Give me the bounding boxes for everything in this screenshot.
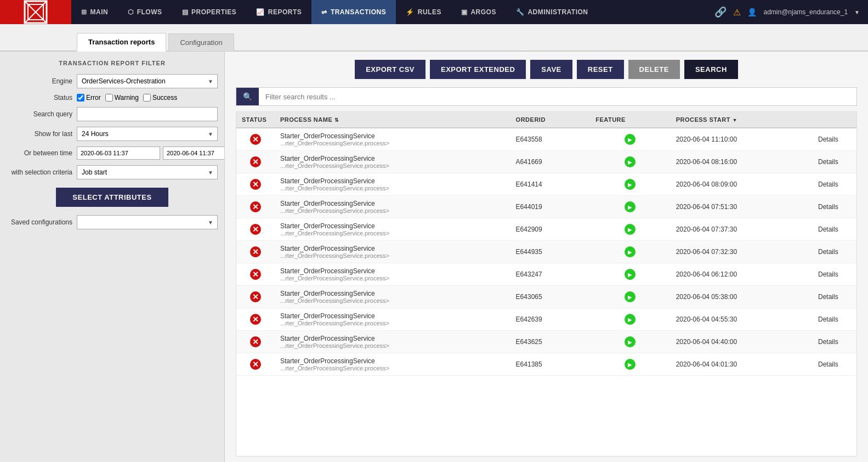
top-nav: ⊞ MAIN ⬡ FLOWS ▤ PROPERTIES 📈 REPORTS ⇌ … (0, 0, 868, 24)
details-link[interactable]: Details (818, 136, 838, 143)
error-status-icon[interactable]: ✕ (250, 336, 261, 347)
filter-input[interactable] (259, 88, 856, 105)
nav-item-argos[interactable]: ▣ ARGOS (451, 0, 506, 24)
export-csv-button[interactable]: EXPORT CSV (355, 60, 426, 79)
process-name-cell: Starter_OrderProcessingService ...rter_O… (275, 286, 510, 308)
nav-item-flows[interactable]: ⬡ FLOWS (118, 0, 172, 24)
saved-config-select[interactable] (77, 215, 218, 229)
error-status-icon[interactable]: ✕ (250, 179, 261, 190)
status-error-check[interactable]: Error (77, 94, 101, 102)
feature-play-icon[interactable]: ▶ (625, 246, 636, 257)
error-checkbox[interactable] (77, 94, 84, 102)
details-link[interactable]: Details (818, 158, 838, 166)
details-link[interactable]: Details (818, 338, 838, 346)
details-cell[interactable]: Details (813, 218, 856, 241)
process-name-cell: Starter_OrderProcessingService ...rter_O… (275, 218, 510, 241)
details-cell[interactable]: Details (813, 196, 856, 218)
details-link[interactable]: Details (818, 181, 838, 188)
feature-play-icon[interactable]: ▶ (625, 314, 636, 325)
details-cell[interactable]: Details (813, 151, 856, 173)
details-link[interactable]: Details (818, 315, 838, 323)
nav-item-reports[interactable]: 📈 REPORTS (246, 0, 311, 24)
details-link[interactable]: Details (818, 293, 838, 301)
feature-play-icon[interactable]: ▶ (625, 269, 636, 280)
details-cell[interactable]: Details (813, 308, 856, 331)
feature-play-icon[interactable]: ▶ (625, 291, 636, 302)
table-wrapper[interactable]: STATUS PROCESS NAME ⇅ ORDERID FEATURE PR… (236, 111, 857, 457)
error-status-icon[interactable]: ✕ (250, 291, 261, 302)
user-dropdown-icon[interactable]: ▼ (854, 9, 860, 15)
feature-play-icon[interactable]: ▶ (625, 134, 636, 145)
success-checkbox[interactable] (143, 94, 151, 102)
details-cell[interactable]: Details (813, 263, 856, 286)
nav-item-rules[interactable]: ⚡ RULES (396, 0, 451, 24)
saved-config-row: Saved configurations ▼ (7, 215, 218, 229)
main-layout: TRANSACTION REPORT FILTER Engine OrderSe… (0, 52, 868, 462)
feature-cell: ▶ (590, 151, 670, 173)
details-cell[interactable]: Details (813, 286, 856, 308)
date-to-input[interactable] (163, 147, 225, 160)
process-name-main: Starter_OrderProcessingService (280, 132, 505, 140)
status-warning-check[interactable]: Warning (105, 94, 139, 102)
delete-button[interactable]: DELETE (628, 60, 680, 79)
reset-button[interactable]: RESET (577, 60, 624, 79)
feature-play-icon[interactable]: ▶ (625, 359, 636, 370)
nav-item-transactions[interactable]: ⇌ TRANSACTIONS (311, 0, 396, 24)
feature-play-icon[interactable]: ▶ (625, 179, 636, 190)
feature-play-icon[interactable]: ▶ (625, 201, 636, 212)
search-button[interactable]: SEARCH (684, 60, 738, 79)
details-cell[interactable]: Details (813, 331, 856, 353)
export-extended-button[interactable]: EXPORT EXTENDED (430, 60, 526, 79)
date-from-input[interactable] (77, 147, 160, 160)
error-status-icon[interactable]: ✕ (250, 269, 261, 280)
error-status-icon[interactable]: ✕ (250, 134, 261, 145)
details-link[interactable]: Details (818, 248, 838, 256)
details-link[interactable]: Details (818, 203, 838, 211)
warning-icon[interactable]: ⚠ (733, 7, 741, 18)
feature-play-icon[interactable]: ▶ (625, 336, 636, 347)
user-name[interactable]: admin@njams_endurance_1 (763, 8, 848, 16)
feature-cell: ▶ (590, 196, 670, 218)
nav-item-properties[interactable]: ▤ PROPERTIES (172, 0, 247, 24)
tab-transaction-reports[interactable]: Transaction reports (77, 33, 166, 52)
selection-criteria-label: with selection criteria (7, 168, 72, 176)
results-table: STATUS PROCESS NAME ⇅ ORDERID FEATURE PR… (236, 112, 856, 376)
nav-item-main[interactable]: ⊞ MAIN (71, 0, 118, 24)
details-link[interactable]: Details (818, 271, 838, 278)
error-status-icon[interactable]: ✕ (250, 224, 261, 235)
search-query-label: Search query (7, 110, 72, 118)
status-success-check[interactable]: Success (143, 94, 177, 102)
show-for-last-label: Show for last (7, 130, 72, 138)
details-link[interactable]: Details (818, 226, 838, 233)
tab-configuration[interactable]: Configuration (168, 33, 234, 52)
process-name-sub: ...rter_OrderProcessingService.process> (280, 207, 505, 214)
between-time-row: Or between time (7, 147, 218, 160)
warning-checkbox[interactable] (105, 94, 113, 102)
between-time-label: Or between time (7, 149, 72, 157)
details-cell[interactable]: Details (813, 173, 856, 196)
feature-play-icon[interactable]: ▶ (625, 156, 636, 167)
details-cell[interactable]: Details (813, 128, 856, 151)
nav-item-administration[interactable]: 🔧 ADMINISTRATION (506, 0, 598, 24)
details-cell[interactable]: Details (813, 241, 856, 263)
selection-criteria-select[interactable]: Job start (77, 165, 218, 179)
select-attributes-button[interactable]: SELECT ATTRIBUTES (56, 188, 168, 207)
process-name-cell: Starter_OrderProcessingService ...rter_O… (275, 241, 510, 263)
error-status-icon[interactable]: ✕ (250, 359, 261, 370)
error-status-icon[interactable]: ✕ (250, 246, 261, 257)
error-status-icon[interactable]: ✕ (250, 314, 261, 325)
col-process-start[interactable]: PROCESS START ▼ (671, 112, 813, 128)
save-button[interactable]: SAVE (530, 60, 572, 79)
col-process-name[interactable]: PROCESS NAME ⇅ (275, 112, 510, 128)
details-cell[interactable]: Details (813, 353, 856, 376)
table-row: ✕ Starter_OrderProcessingService ...rter… (236, 353, 856, 376)
search-query-input[interactable] (77, 107, 218, 121)
logo[interactable] (0, 0, 71, 24)
link-icon[interactable]: 🔗 (714, 6, 727, 18)
error-status-icon[interactable]: ✕ (250, 201, 261, 212)
feature-play-icon[interactable]: ▶ (625, 224, 636, 235)
engine-select[interactable]: OrderServices-Orchestration (77, 74, 218, 88)
show-for-last-select[interactable]: 24 Hours (77, 127, 218, 141)
error-status-icon[interactable]: ✕ (250, 156, 261, 167)
details-link[interactable]: Details (818, 360, 838, 368)
